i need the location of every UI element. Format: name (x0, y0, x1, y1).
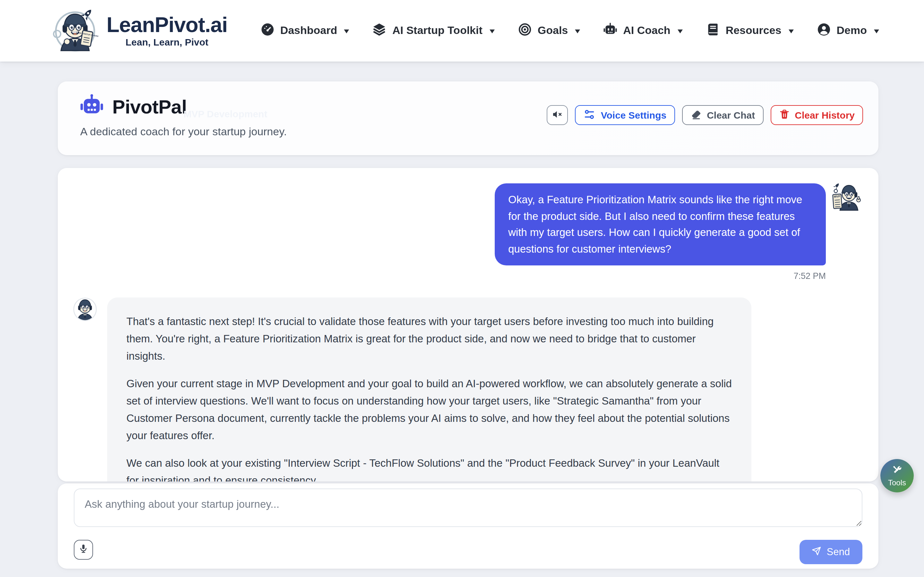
clear-history-button[interactable]: Clear History (771, 105, 863, 125)
send-button[interactable]: Send (800, 540, 863, 564)
send-label: Send (827, 546, 850, 558)
tools-icon (892, 464, 903, 478)
chevron-down-icon (874, 29, 879, 36)
chevron-down-icon (489, 29, 495, 36)
voice-settings-label: Voice Settings (601, 110, 667, 120)
nav-label: Goals (538, 24, 568, 37)
tools-floating-button[interactable]: Tools (880, 459, 914, 492)
eraser-icon (690, 109, 702, 121)
ai-message-row: That's a fantastic next step! It's cruci… (73, 298, 863, 482)
message-composer: Send (58, 484, 879, 569)
brand-tagline: Lean, Learn, Pivot (107, 37, 228, 48)
chevron-down-icon (788, 29, 794, 36)
sliders-icon (583, 108, 596, 122)
nav-item-goals[interactable]: Goals (518, 22, 580, 39)
layers-icon (373, 22, 387, 39)
chevron-down-icon (575, 29, 580, 36)
nav-item-ai-startup-toolkit[interactable]: AI Startup Toolkit (373, 22, 495, 39)
chat-messages-panel: Okay, a Feature Prioritization Matrix so… (58, 168, 879, 482)
volume-x-icon (552, 109, 563, 121)
user-circle-icon (817, 22, 831, 39)
microphone-button[interactable] (74, 540, 93, 560)
ai-message-bubble: That's a fantastic next step! It's cruci… (107, 298, 751, 482)
page-content: PivotPal MVP Development A dedicated coa… (58, 81, 879, 569)
nav-item-ai-coach[interactable]: AI Coach (603, 22, 682, 39)
clear-chat-button[interactable]: Clear Chat (682, 105, 763, 125)
ai-paragraph: That's a fantastic next step! It's cruci… (126, 313, 732, 365)
page-subtitle: A dedicated coach for your startup journ… (80, 126, 863, 139)
chat-input[interactable] (74, 488, 863, 527)
microphone-icon (78, 544, 89, 556)
user-message-bubble: Okay, a Feature Prioritization Matrix so… (495, 183, 826, 266)
brand-logo[interactable]: LEAN STARTUP CANVAS LeanPivot.ai Lean, L… (50, 5, 228, 57)
avatar-clipboard-badge: MVP (834, 195, 841, 198)
main-nav: Dashboard AI Startup Toolkit Goals (260, 22, 879, 39)
ai-paragraph: We can also look at your existing "Inter… (126, 455, 732, 482)
nav-label: Dashboard (280, 24, 337, 37)
header-actions: Voice Settings Clear Chat Clear History (547, 105, 863, 125)
chevron-down-icon (344, 29, 349, 36)
ai-paragraph: Given your current stage in MVP Developm… (126, 375, 732, 444)
brand-text: LeanPivot.ai Lean, Learn, Pivot (107, 14, 228, 47)
trash-icon (779, 109, 790, 121)
gauge-icon (260, 22, 274, 39)
bot-icon (603, 22, 617, 39)
pivotpal-robot-icon (79, 93, 104, 121)
app-root: LEAN STARTUP CANVAS LeanPivot.ai Lean, L… (0, 0, 924, 577)
clear-chat-label: Clear Chat (707, 110, 755, 120)
coach-header-card: PivotPal MVP Development A dedicated coa… (58, 81, 879, 155)
voice-settings-button[interactable]: Voice Settings (575, 105, 675, 125)
mute-button[interactable] (547, 105, 568, 125)
user-message-timestamp: 7:52 PM (73, 271, 826, 281)
nav-label: Demo (837, 24, 867, 37)
nav-item-resources[interactable]: Resources (706, 22, 794, 39)
top-navbar: LEAN STARTUP CANVAS LeanPivot.ai Lean, L… (0, 0, 924, 61)
target-icon (518, 22, 532, 39)
nav-label: Resources (726, 24, 782, 37)
brand-mascot-logo: LEAN STARTUP CANVAS (50, 5, 100, 57)
tools-label: Tools (888, 478, 906, 487)
nav-label: AI Coach (623, 24, 670, 37)
brand-name: LeanPivot.ai (107, 14, 228, 36)
nav-item-demo[interactable]: Demo (817, 22, 879, 39)
clear-history-label: Clear History (795, 110, 855, 120)
send-icon (812, 546, 822, 558)
page-title: PivotPal (112, 96, 187, 118)
nav-label: AI Startup Toolkit (393, 24, 483, 37)
book-icon (706, 22, 720, 39)
user-message-row: Okay, a Feature Prioritization Matrix so… (73, 183, 863, 266)
nav-item-dashboard[interactable]: Dashboard (260, 22, 349, 39)
user-avatar: MVP (832, 182, 863, 213)
chevron-down-icon (678, 29, 683, 36)
ai-coach-avatar (73, 298, 97, 321)
